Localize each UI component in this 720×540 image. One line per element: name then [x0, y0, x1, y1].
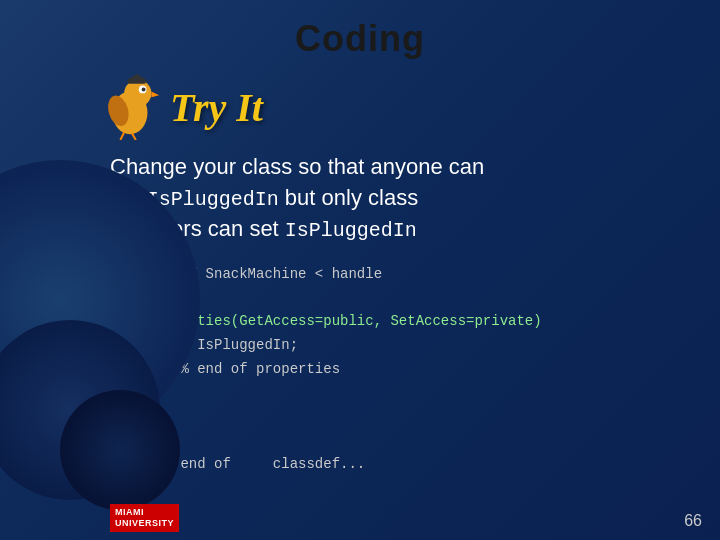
code-line-dots: ...	[130, 406, 720, 430]
mascot-bird	[100, 72, 160, 142]
code-ref-1: IsPluggedIn	[147, 188, 279, 211]
description-text: Change your class so that anyone can get…	[110, 152, 670, 245]
decorative-circle-3	[60, 390, 180, 510]
svg-marker-9	[126, 74, 147, 81]
svg-marker-4	[151, 91, 159, 97]
code-line-blank-2	[130, 382, 720, 406]
page-number: 66	[684, 512, 702, 530]
svg-point-1	[124, 80, 151, 107]
try-it-label: Try It	[170, 84, 263, 131]
try-it-section: Try It	[100, 72, 720, 142]
code-line-2: properties(GetAccess=public, SetAccess=p…	[130, 310, 720, 334]
desc-line1: Change your class so that anyone can	[110, 154, 484, 179]
code-line-4: end % end of properties	[130, 358, 720, 382]
desc-but: but only class	[279, 185, 418, 210]
svg-line-6	[120, 132, 124, 140]
code-line-1: classdef SnackMachine < handle	[130, 263, 720, 287]
university-logo: MIAMIUNIVERSITY	[110, 504, 179, 532]
svg-point-3	[142, 88, 146, 92]
code-block: classdef SnackMachine < handle propertie…	[130, 263, 720, 477]
code-line-3: IsPluggedIn;	[130, 334, 720, 358]
svg-line-7	[132, 133, 136, 140]
code-line-blank-3	[130, 429, 720, 453]
code-line-blank-1	[130, 287, 720, 311]
code-line-end: end % end of classdef...	[130, 453, 720, 477]
logo-text: MIAMIUNIVERSITY	[110, 504, 179, 532]
code-ref-2: IsPluggedIn	[285, 219, 417, 242]
slide: Coding	[0, 0, 720, 540]
slide-title: Coding	[0, 0, 720, 68]
